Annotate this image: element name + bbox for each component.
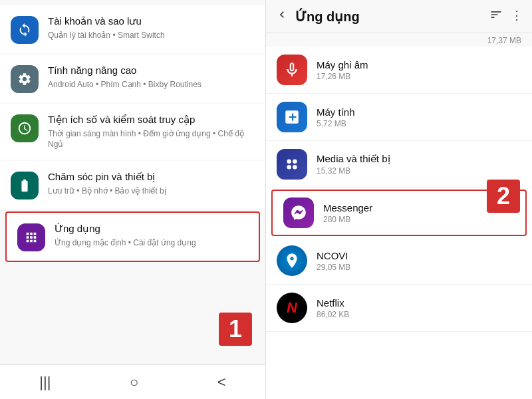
messenger-name: Messenger — [323, 202, 515, 213]
may-ghi-am-icon — [277, 55, 307, 85]
ung-dung-text: Ứng dụng Ứng dụng mặc định • Cài đặt ứng… — [55, 222, 248, 248]
nav-back-btn[interactable]: < — [207, 368, 237, 396]
step-badge-1: 1 — [219, 313, 252, 346]
tien-ich-subtitle: Thời gian sáng màn hình • Đếm giờ ứng dụ… — [48, 128, 255, 151]
left-panel: Tài khoản và sao lưu Quản lý tài khoản •… — [0, 0, 266, 399]
settings-item-cham-soc[interactable]: Chăm sóc pin và thiết bị Lưu trữ • Bộ nh… — [0, 161, 265, 209]
tien-ich-text: Tiện ích số và kiểm soát truy cập Thời g… — [48, 113, 255, 150]
header-icons: ⋮ — [489, 8, 523, 25]
messenger-info: Messenger 280 MB — [323, 202, 515, 224]
netflix-info: Netflix 86,02 KB — [317, 297, 521, 319]
cham-soc-subtitle: Lưu trữ • Bộ nhớ • Bảo vệ thiết bị — [48, 186, 255, 197]
may-tinh-size: 5,72 MB — [317, 119, 521, 128]
ung-dung-icon — [17, 223, 45, 251]
media-info: Media và thiết bị 15,32 MB — [317, 153, 521, 176]
tai-khoan-title: Tài khoản và sao lưu — [48, 15, 255, 28]
nav-recent-btn[interactable]: ||| — [29, 368, 61, 396]
settings-list: Tài khoản và sao lưu Quản lý tài khoản •… — [0, 0, 265, 364]
settings-item-tien-ich[interactable]: Tiện ích số và kiểm soát truy cập Thời g… — [0, 104, 265, 160]
cham-soc-title: Chăm sóc pin và thiết bị — [48, 170, 255, 184]
filter-icon[interactable] — [489, 8, 503, 25]
may-ghi-am-size: 17,26 MB — [317, 72, 521, 81]
svg-point-2 — [287, 165, 291, 170]
ung-dung-title: Ứng dụng — [55, 222, 248, 235]
ncovi-icon — [277, 245, 307, 276]
tien-ich-icon — [11, 114, 39, 142]
settings-item-tinh-nang[interactable]: Tính năng nâng cao Android Auto • Phím C… — [0, 55, 265, 102]
app-item-may-tinh[interactable]: Máy tính 5,72 MB — [266, 94, 532, 141]
app-item-ncovi[interactable]: NCOVI 29,05 MB — [266, 237, 532, 285]
may-ghi-am-name: Máy ghi âm — [317, 59, 521, 70]
step-badge-2: 2 — [487, 180, 520, 213]
cham-soc-text: Chăm sóc pin và thiết bị Lưu trữ • Bộ nh… — [48, 170, 255, 196]
more-icon[interactable]: ⋮ — [511, 8, 523, 25]
media-size: 15,32 MB — [317, 166, 521, 176]
bottom-nav: ||| ○ < — [0, 364, 265, 399]
ung-dung-subtitle: Ứng dụng mặc định • Cài đặt ứng dụng — [55, 237, 248, 249]
tai-khoan-text: Tài khoản và sao lưu Quản lý tài khoản •… — [48, 15, 255, 41]
ncovi-size: 29,05 MB — [317, 263, 521, 272]
svg-point-1 — [293, 159, 297, 164]
right-panel-title: Ứng dụng — [295, 9, 489, 25]
netflix-icon: N — [277, 293, 307, 323]
tinh-nang-icon — [11, 65, 39, 93]
tien-ich-title: Tiện ích số và kiểm soát truy cập — [48, 113, 255, 126]
tinh-nang-subtitle: Android Auto • Phím Cạnh • Bixby Routine… — [48, 79, 255, 90]
netflix-name: Netflix — [317, 297, 521, 309]
messenger-icon — [283, 198, 314, 228]
may-ghi-am-info: Máy ghi âm 17,26 MB — [317, 59, 521, 81]
settings-item-ung-dung[interactable]: Ứng dụng Ứng dụng mặc định • Cài đặt ứng… — [5, 211, 260, 262]
right-panel: Ứng dụng ⋮ 17,37 MB Máy ghi âm 17,26 MB — [266, 0, 532, 399]
may-tinh-info: Máy tính 5,72 MB — [317, 106, 521, 128]
media-name: Media và thiết bị — [317, 153, 521, 165]
app-item-may-ghi-am[interactable]: Máy ghi âm 17,26 MB — [266, 47, 532, 94]
tinh-nang-title: Tính năng nâng cao — [48, 64, 255, 77]
ncovi-name: NCOVI — [317, 250, 521, 261]
tinh-nang-text: Tính năng nâng cao Android Auto • Phím C… — [48, 64, 255, 90]
may-tinh-icon — [277, 102, 307, 132]
settings-item-tai-khoan[interactable]: Tài khoản và sao lưu Quản lý tài khoản •… — [0, 5, 265, 53]
cham-soc-icon — [11, 172, 39, 200]
back-button[interactable] — [275, 8, 289, 25]
may-tinh-name: Máy tính — [317, 106, 521, 118]
svg-point-3 — [293, 165, 297, 170]
app-item-netflix[interactable]: N Netflix 86,02 KB — [266, 285, 532, 332]
netflix-size: 86,02 KB — [317, 310, 521, 319]
messenger-size: 280 MB — [323, 215, 515, 224]
tai-khoan-icon — [11, 16, 39, 44]
nav-home-btn[interactable]: ○ — [119, 368, 149, 396]
svg-point-0 — [287, 159, 291, 164]
app-list: Máy ghi âm 17,26 MB Máy tính 5,72 MB — [266, 47, 532, 399]
right-header: Ứng dụng ⋮ — [266, 0, 532, 33]
scroll-hint: 17,37 MB — [266, 33, 532, 47]
ncovi-info: NCOVI 29,05 MB — [317, 250, 521, 272]
tai-khoan-subtitle: Quản lý tài khoản • Smart Switch — [48, 30, 255, 41]
media-icon — [277, 149, 307, 180]
